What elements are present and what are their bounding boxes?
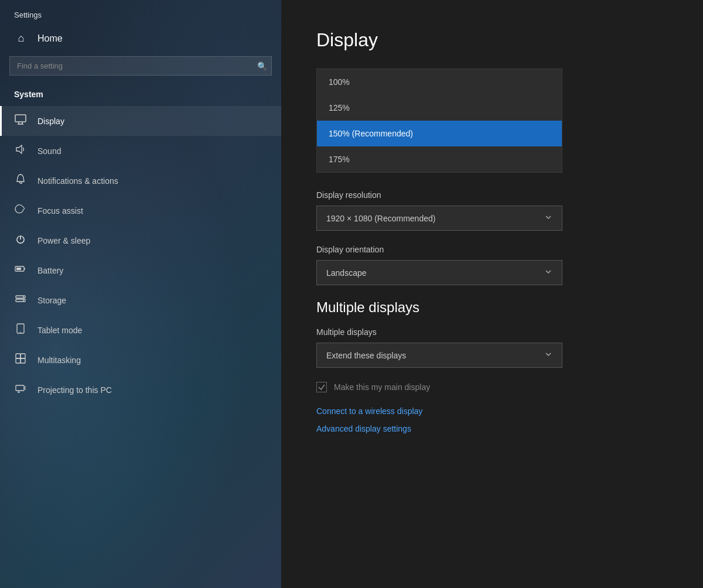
- home-icon: ⌂: [14, 32, 28, 45]
- scale-option-175[interactable]: 175%: [317, 146, 562, 172]
- display-icon: [14, 114, 27, 128]
- chevron-down-icon-multidisplay: [544, 350, 552, 360]
- sidebar-item-storage[interactable]: Storage: [0, 285, 281, 315]
- sidebar-item-projecting-label: Projecting to this PC: [37, 385, 112, 395]
- svg-point-14: [23, 300, 24, 301]
- svg-rect-21: [16, 385, 24, 391]
- sidebar-item-storage-label: Storage: [37, 296, 66, 305]
- app-title: Settings: [0, 0, 281, 25]
- multiple-displays-label: Multiple displays: [316, 327, 668, 337]
- projecting-icon: [14, 382, 27, 397]
- focus-icon: [14, 203, 27, 218]
- main-display-checkbox-row[interactable]: Make this my main display: [316, 382, 668, 392]
- sidebar-item-projecting[interactable]: Projecting to this PC: [0, 375, 281, 405]
- svg-marker-4: [16, 145, 22, 153]
- multiple-displays-value: Extend these displays: [326, 351, 406, 360]
- sidebar-item-tablet-label: Tablet mode: [37, 326, 82, 335]
- multiple-displays-dropdown[interactable]: Extend these displays: [316, 343, 562, 368]
- sidebar-item-focus-label: Focus assist: [37, 206, 83, 216]
- main-display-checkbox-label: Make this my main display: [334, 382, 430, 392]
- system-section-label: System: [0, 85, 281, 106]
- sidebar-item-power[interactable]: Power & sleep: [0, 225, 281, 255]
- svg-rect-18: [21, 354, 25, 358]
- display-orientation-dropdown[interactable]: Landscape: [316, 260, 562, 285]
- chevron-down-icon: [544, 213, 552, 223]
- display-resolution-label: Display resolution: [316, 190, 668, 200]
- search-container: 🔍: [9, 56, 272, 76]
- chevron-down-icon-orientation: [544, 268, 552, 278]
- sidebar-item-notifications-label: Notifications & actions: [37, 176, 118, 186]
- sound-icon: [14, 143, 27, 158]
- tablet-icon: [14, 323, 27, 337]
- sidebar-item-multitasking-label: Multitasking: [37, 355, 81, 365]
- scale-dropdown-listbox[interactable]: 100% 125% 150% (Recommended) 175%: [316, 69, 562, 173]
- display-orientation-label: Display orientation: [316, 245, 668, 254]
- sidebar-item-display[interactable]: Display: [0, 106, 281, 136]
- multiple-displays-heading: Multiple displays: [316, 299, 668, 316]
- sidebar-item-display-label: Display: [37, 117, 64, 126]
- scale-option-150[interactable]: 150% (Recommended): [317, 121, 562, 146]
- svg-rect-20: [21, 358, 25, 363]
- home-label: Home: [37, 33, 63, 44]
- scale-option-125[interactable]: 125%: [317, 95, 562, 121]
- sidebar-item-tablet[interactable]: Tablet mode: [0, 315, 281, 345]
- advanced-display-link[interactable]: Advanced display settings: [316, 424, 668, 433]
- sidebar-item-home[interactable]: ⌂ Home: [0, 25, 281, 52]
- battery-icon: [14, 263, 27, 278]
- sidebar: Settings ⌂ Home 🔍 System Display: [0, 0, 281, 588]
- search-icon[interactable]: 🔍: [257, 61, 267, 71]
- svg-rect-19: [16, 358, 21, 363]
- multitasking-icon: [14, 353, 27, 367]
- sidebar-item-focus[interactable]: Focus assist: [0, 196, 281, 225]
- svg-point-16: [20, 331, 21, 333]
- svg-rect-10: [16, 268, 21, 270]
- main-content: Display 100% 125% 150% (Recommended) 175…: [281, 0, 703, 588]
- sidebar-item-battery-label: Battery: [37, 266, 63, 275]
- nav-items: Display Sound Notifications & actions: [0, 106, 281, 405]
- power-icon: [14, 233, 27, 248]
- notifications-icon: [14, 173, 27, 188]
- page-title: Display: [316, 29, 668, 51]
- sidebar-item-battery[interactable]: Battery: [0, 255, 281, 285]
- storage-icon: [14, 293, 27, 307]
- display-resolution-dropdown[interactable]: 1920 × 1080 (Recommended): [316, 206, 562, 231]
- sidebar-item-power-label: Power & sleep: [37, 236, 90, 245]
- scale-option-100[interactable]: 100%: [317, 69, 562, 95]
- display-resolution-value: 1920 × 1080 (Recommended): [326, 214, 435, 223]
- search-input[interactable]: [9, 56, 272, 76]
- sidebar-item-sound-label: Sound: [37, 146, 61, 156]
- svg-point-13: [23, 296, 24, 298]
- display-orientation-value: Landscape: [326, 268, 367, 278]
- sidebar-item-notifications[interactable]: Notifications & actions: [0, 166, 281, 196]
- sidebar-item-multitasking[interactable]: Multitasking: [0, 345, 281, 375]
- svg-rect-17: [16, 354, 21, 358]
- svg-rect-0: [15, 115, 26, 122]
- sidebar-item-sound[interactable]: Sound: [0, 136, 281, 166]
- main-display-checkbox[interactable]: [316, 382, 327, 392]
- connect-wireless-link[interactable]: Connect to a wireless display: [316, 406, 668, 416]
